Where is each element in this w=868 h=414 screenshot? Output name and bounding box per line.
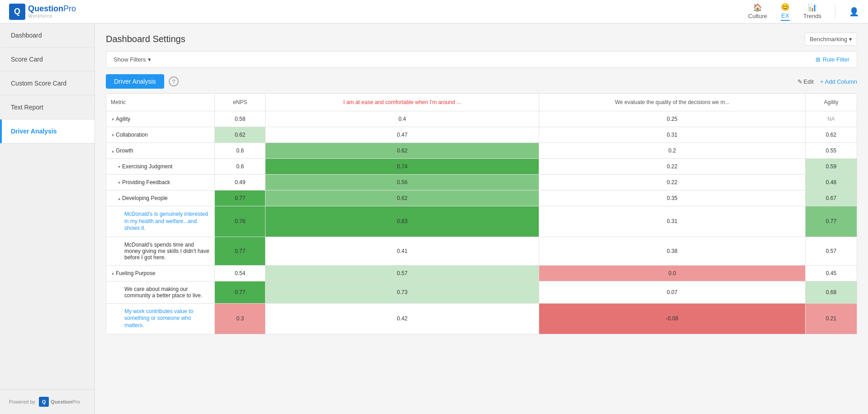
chevron-down-icon: ▾: [849, 36, 852, 43]
metric-label-text: McDonald's spends time and money giving …: [124, 242, 210, 261]
cell-value: 0.83: [397, 218, 408, 224]
value-cell: 0.22: [539, 159, 806, 175]
cell-value: 0.55: [826, 148, 836, 154]
nav-culture[interactable]: 🏠 Culture: [748, 3, 767, 20]
value-cell: 0.59: [806, 159, 857, 175]
cell-value: 0.47: [397, 132, 408, 138]
value-cell: 0.73: [266, 281, 539, 303]
cell-value: 0.54: [235, 270, 245, 276]
driver-table-container: Metric eNPS I am at ease and comfortable…: [106, 93, 857, 334]
table-row: ▾Providing Feedback0.490.560.220.48: [106, 175, 857, 190]
logo-text: QuestionPro Workforce: [28, 5, 76, 19]
add-column-label: + Add Column: [820, 78, 857, 85]
value-cell: NA: [806, 111, 857, 127]
cell-value: 0.62: [235, 132, 245, 138]
nav-trends[interactable]: 📊 Trends: [803, 3, 821, 20]
cell-value: 0.77: [235, 195, 245, 201]
edit-button[interactable]: ✎ Edit: [797, 78, 814, 85]
metric-cell: ▾Collaboration: [106, 127, 215, 143]
metric-cell: ▴Developing People: [106, 190, 215, 206]
cell-value: 0.07: [667, 289, 677, 295]
sidebar-item-custom-score-card[interactable]: Custom Score Card: [0, 71, 95, 95]
table-row: McDonald's spends time and money giving …: [106, 237, 857, 265]
cell-value: 0.56: [397, 179, 408, 186]
sidebar-label-scorecard: Score Card: [11, 56, 43, 63]
rule-filter-button[interactable]: ⊞ Rule Filter: [816, 56, 849, 63]
value-cell: 0.6: [215, 159, 266, 175]
edit-icon: ✎: [797, 78, 802, 85]
driver-analysis-tab-label: Driver Analysis: [114, 78, 156, 85]
home-icon: 🏠: [753, 3, 762, 12]
show-filters-button[interactable]: Show Filters ▾: [114, 56, 151, 63]
chevron-icon[interactable]: ▴: [112, 271, 114, 276]
value-cell: 0.55: [806, 143, 857, 159]
chevron-icon[interactable]: ▾: [118, 180, 120, 185]
value-cell: 0.57: [266, 265, 539, 281]
value-cell: 0.35: [539, 190, 806, 206]
value-cell: 0.58: [215, 111, 266, 127]
value-cell: 0.54: [215, 265, 266, 281]
cell-value: 0.22: [667, 163, 677, 170]
logo-icon: Q: [9, 4, 25, 20]
value-cell: 0.47: [266, 127, 539, 143]
driver-toolbar: Driver Analysis ? ✎ Edit + Add Column: [106, 74, 857, 89]
help-icon-label: ?: [172, 78, 175, 85]
sidebar-item-text-report[interactable]: Text Report: [0, 95, 95, 119]
chevron-icon[interactable]: ▴: [118, 196, 120, 201]
help-icon[interactable]: ?: [169, 76, 179, 86]
cell-value: 0.74: [397, 163, 408, 170]
table-row: McDonald's is genuinely interested in my…: [106, 206, 857, 237]
metric-label-text[interactable]: My work contributes value to something o…: [124, 308, 210, 329]
sidebar-label-text-report: Text Report: [11, 104, 43, 111]
driver-toolbar-right: ✎ Edit + Add Column: [797, 78, 857, 85]
value-cell: 0.83: [266, 206, 539, 237]
value-cell: 0.31: [539, 206, 806, 237]
cell-value: -0.08: [666, 315, 678, 322]
chevron-icon[interactable]: ▾: [112, 117, 114, 122]
filters-bar: Show Filters ▾ ⊞ Rule Filter: [106, 51, 857, 68]
value-cell: 0.77: [215, 281, 266, 303]
logo: Q QuestionPro Workforce: [9, 4, 76, 20]
sidebar-item-dashboard[interactable]: Dashboard: [0, 24, 95, 48]
cell-value: 0.25: [667, 116, 677, 122]
chevron-icon[interactable]: ▾: [118, 164, 120, 169]
page-title: Dashboard Settings: [106, 34, 185, 44]
value-cell: 0.62: [266, 143, 539, 159]
sidebar-item-driver-analysis[interactable]: Driver Analysis: [0, 119, 95, 143]
chevron-icon[interactable]: ▴: [112, 148, 114, 153]
cell-value: 0.3: [236, 315, 244, 322]
add-column-button[interactable]: + Add Column: [820, 78, 857, 85]
table-row: ▾Collaboration0.620.470.310.62: [106, 127, 857, 143]
cell-value: 0.77: [826, 218, 836, 224]
th-col2: I am at ease and comfortable when I'm ar…: [266, 94, 539, 111]
table-row: My work contributes value to something o…: [106, 303, 857, 334]
sidebar-item-scorecard[interactable]: Score Card: [0, 48, 95, 71]
nav-divider: [835, 5, 835, 19]
cell-value: 0.62: [397, 148, 408, 154]
value-cell: 0.21: [806, 303, 857, 334]
value-cell: 0.56: [266, 175, 539, 190]
driver-analysis-tab-button[interactable]: Driver Analysis: [106, 74, 164, 89]
metric-label-text[interactable]: McDonald's is genuinely interested in my…: [124, 211, 210, 232]
user-icon[interactable]: 👤: [849, 7, 859, 17]
metric-label-text: Providing Feedback: [122, 179, 170, 186]
cell-value: 0.38: [667, 248, 677, 254]
cell-value: 0.58: [235, 116, 245, 122]
cell-value: 0.67: [826, 195, 836, 201]
cell-value: 0.22: [667, 179, 677, 186]
benchmarking-button[interactable]: Benchmarking ▾: [805, 33, 857, 46]
layout: Dashboard Score Card Custom Score Card T…: [0, 24, 868, 414]
nav-ex[interactable]: 😊 EX: [781, 3, 790, 21]
nav-ex-label: EX: [781, 12, 789, 19]
filter-icon: ⊞: [816, 56, 821, 63]
value-cell: 0.57: [806, 237, 857, 265]
cell-value: 0.6: [236, 163, 244, 170]
table-row: ▾Exercising Judgment0.60.740.220.59: [106, 159, 857, 175]
chevron-icon[interactable]: ▾: [112, 133, 114, 138]
cell-value: 0.62: [397, 195, 408, 201]
cell-value: 0.42: [397, 315, 408, 322]
value-cell: 0.0: [539, 265, 806, 281]
cell-value: 0.57: [397, 270, 408, 276]
th-agility: Agility: [806, 94, 857, 111]
edit-label: Edit: [804, 78, 814, 85]
